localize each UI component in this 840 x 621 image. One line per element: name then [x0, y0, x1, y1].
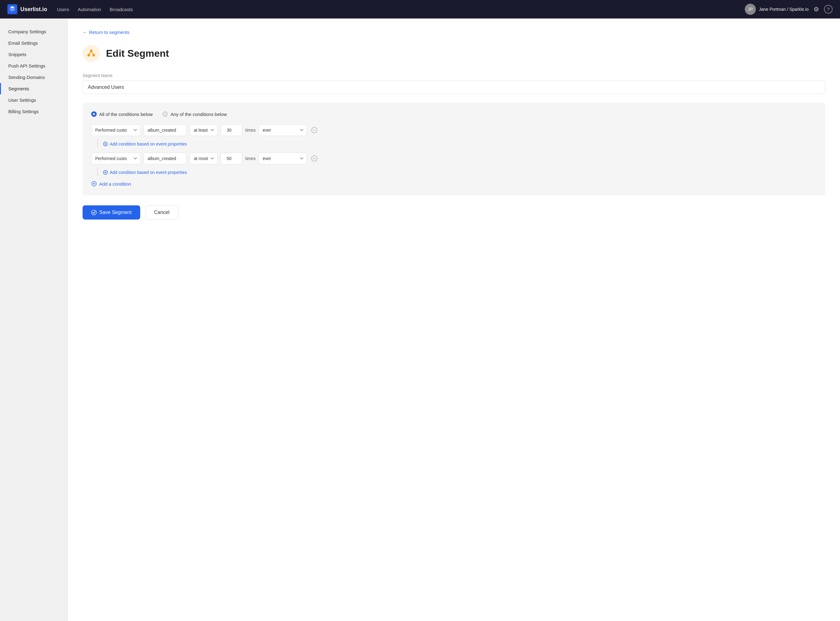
- radio-row: All of the conditions below Any of the c…: [91, 111, 817, 117]
- times-label-1: times: [245, 128, 255, 133]
- svg-rect-0: [8, 4, 17, 14]
- add-condition-link[interactable]: Add a condition: [91, 181, 817, 186]
- page-header: Edit Segment: [83, 45, 825, 62]
- remove-condition-1[interactable]: [310, 126, 319, 135]
- button-row: Save Segment Cancel: [83, 205, 825, 220]
- svg-rect-3: [92, 54, 95, 56]
- svg-rect-2: [88, 54, 90, 56]
- condition-period-select-1[interactable]: ever in the last 7 days in the last 30 d…: [258, 124, 307, 136]
- arrow-left-icon: ←: [83, 30, 87, 35]
- sidebar: Company Settings Email Settings Snippets…: [0, 18, 68, 621]
- condition-type-select-2[interactable]: Performed custo Has property: [91, 153, 141, 164]
- condition-row-1: Performed custo Has property at least at…: [91, 124, 817, 136]
- nav-automation[interactable]: Automation: [78, 7, 101, 12]
- save-segment-button[interactable]: Save Segment: [83, 205, 140, 220]
- cancel-button[interactable]: Cancel: [145, 205, 178, 220]
- page-title: Edit Segment: [106, 48, 169, 59]
- radio-all-label: All of the conditions below: [99, 112, 153, 117]
- add-prop-label-2: Add condition based on event properties: [110, 170, 187, 175]
- segment-name-input[interactable]: [83, 80, 825, 94]
- app-name: Userlist.io: [20, 6, 47, 13]
- user-info: JP Jane Portman / Sparkle.io: [745, 4, 808, 15]
- back-link-label: Return to segments: [89, 30, 130, 35]
- condition-period-select-2[interactable]: ever in the last 7 days in the last 30 d…: [258, 153, 307, 164]
- radio-any-dot: [162, 111, 168, 117]
- add-prop-link-1[interactable]: Add condition based on event properties: [97, 139, 817, 148]
- nav-links: Users Automation Broadcasts: [57, 7, 133, 12]
- times-label-2: times: [245, 156, 255, 161]
- condition-count-input-1[interactable]: [221, 124, 242, 136]
- conditions-box: All of the conditions below Any of the c…: [83, 103, 825, 195]
- radio-all-conditions[interactable]: All of the conditions below: [91, 111, 153, 117]
- logo[interactable]: Userlist.io: [8, 4, 47, 14]
- radio-any-label: Any of the conditions below: [171, 112, 227, 117]
- sidebar-item-sending-domains[interactable]: Sending Domains: [0, 71, 68, 83]
- topnav: Userlist.io Users Automation Broadcasts …: [0, 0, 840, 18]
- svg-line-4: [89, 52, 91, 54]
- settings-icon[interactable]: ⚙: [813, 6, 819, 13]
- condition-event-input-2[interactable]: [144, 153, 187, 164]
- add-condition-label: Add a condition: [99, 181, 131, 186]
- avatar: JP: [745, 4, 756, 15]
- radio-any-conditions[interactable]: Any of the conditions below: [162, 111, 227, 117]
- condition-operator-select-2[interactable]: at least at most exactly: [190, 153, 218, 164]
- add-prop-link-2[interactable]: Add condition based on event properties: [97, 167, 817, 176]
- save-button-label: Save Segment: [99, 210, 131, 215]
- sidebar-item-snippets[interactable]: Snippets: [0, 49, 68, 60]
- help-icon[interactable]: ?: [824, 5, 832, 14]
- condition-block-1: Performed custo Has property at least at…: [91, 124, 817, 148]
- segment-name-label: Segment Name: [83, 73, 825, 78]
- radio-all-dot: [91, 111, 97, 117]
- sidebar-item-email-settings[interactable]: Email Settings: [0, 37, 68, 49]
- main-content: ← Return to segments Edit Segment Segmen…: [68, 18, 840, 621]
- condition-type-select-1[interactable]: Performed custo Has property: [91, 124, 141, 136]
- back-link[interactable]: ← Return to segments: [83, 30, 825, 35]
- nav-broadcasts[interactable]: Broadcasts: [110, 7, 133, 12]
- layout: Company Settings Email Settings Snippets…: [0, 0, 840, 621]
- condition-block-2: Performed custo Has property at least at…: [91, 153, 817, 176]
- condition-row-2: Performed custo Has property at least at…: [91, 153, 817, 164]
- sidebar-item-billing-settings[interactable]: Billing Settings: [0, 106, 68, 117]
- segment-icon: [83, 45, 100, 62]
- add-prop-label-1: Add condition based on event properties: [110, 141, 187, 147]
- topnav-right: JP Jane Portman / Sparkle.io ⚙ ?: [745, 4, 832, 15]
- remove-condition-2[interactable]: [310, 154, 319, 163]
- condition-count-input-2[interactable]: [221, 153, 242, 164]
- svg-rect-1: [90, 50, 92, 52]
- svg-line-5: [91, 52, 94, 54]
- sidebar-item-user-settings[interactable]: User Settings: [0, 94, 68, 106]
- sidebar-item-push-api-settings[interactable]: Push API Settings: [0, 60, 68, 71]
- topnav-left: Userlist.io Users Automation Broadcasts: [8, 4, 133, 14]
- condition-operator-select-1[interactable]: at least at most exactly: [190, 124, 218, 136]
- sidebar-item-company-settings[interactable]: Company Settings: [0, 26, 68, 37]
- nav-users[interactable]: Users: [57, 7, 69, 12]
- user-name: Jane Portman / Sparkle.io: [759, 7, 808, 12]
- condition-event-input-1[interactable]: [144, 124, 187, 136]
- svg-point-19: [92, 210, 97, 215]
- sidebar-item-segments[interactable]: Segments: [0, 83, 68, 94]
